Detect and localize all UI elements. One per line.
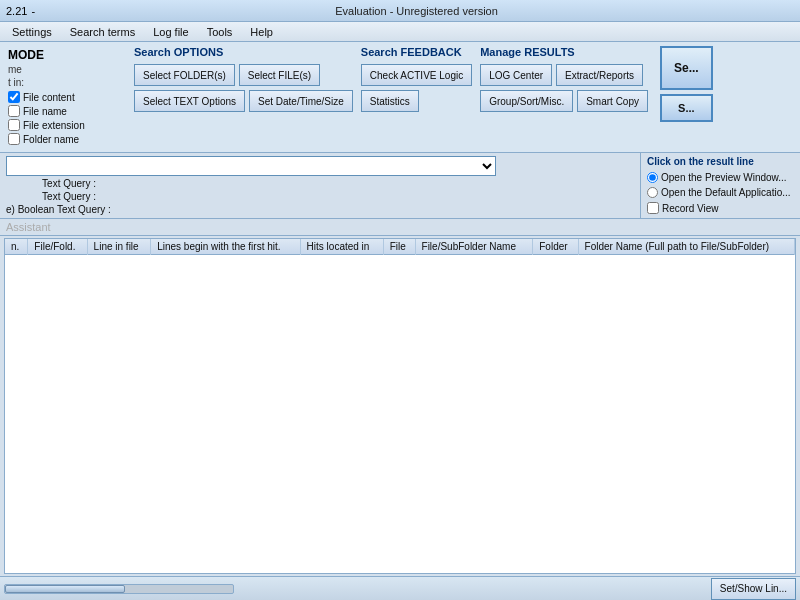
search-button-1[interactable]: Se... <box>660 46 713 90</box>
results-table-container[interactable]: n. File/Fold. Line in file Lines begin w… <box>4 238 796 574</box>
col-filefold-header: File/Fold. <box>28 239 87 255</box>
checkbox-file-content[interactable]: File content <box>8 91 124 103</box>
app-title: Evaluation - Unregistered version <box>39 5 794 17</box>
text-query-row <box>6 156 634 176</box>
horizontal-scrollbar[interactable] <box>4 584 234 594</box>
col-file-header: File <box>383 239 415 255</box>
manage-results-row1: LOG Center Extract/Reports <box>480 64 648 86</box>
search-options-row2: Select TEXT Options Set Date/Time/Size <box>134 90 353 112</box>
title-separator: - <box>31 5 35 17</box>
search-options-section: Search OPTIONS Select FOLDER(s) Select F… <box>134 46 353 148</box>
checkbox-folder-name[interactable]: Folder name <box>8 133 124 145</box>
select-files-button[interactable]: Select FILE(s) <box>239 64 320 86</box>
menu-search-terms[interactable]: Search terms <box>62 24 143 40</box>
extract-reports-button[interactable]: Extract/Reports <box>556 64 643 86</box>
feedback-row2: Statistics <box>361 90 472 112</box>
text-query-label: Text Query : <box>6 178 96 189</box>
manage-results-row2: Group/Sort/Misc. Smart Copy <box>480 90 648 112</box>
queries-panel: Text Query : Text Query : e) Boolean Tex… <box>0 153 640 218</box>
title-bar: 2.21 - Evaluation - Unregistered version <box>0 0 800 22</box>
select-folders-button[interactable]: Select FOLDER(s) <box>134 64 235 86</box>
radio-default-app[interactable]: Open the Default Applicatio... <box>647 187 794 198</box>
scrollbar-area[interactable] <box>4 584 711 594</box>
checkbox-file-name-label: File name <box>23 106 67 117</box>
scrollbar-thumb[interactable] <box>5 585 125 593</box>
col-folderfullpath-header: Folder Name (Full path to File/SubFolder… <box>578 239 794 255</box>
app-version: 2.21 <box>6 5 27 17</box>
mode-panel: MODE me t in: File content File name Fil… <box>6 46 126 148</box>
checkbox-file-content-label: File content <box>23 92 75 103</box>
radio-default-label: Open the Default Applicatio... <box>661 187 791 198</box>
results-table: n. File/Fold. Line in file Lines begin w… <box>5 239 795 255</box>
set-date-button[interactable]: Set Date/Time/Size <box>249 90 353 112</box>
set-show-lines-button[interactable]: Set/Show Lin... <box>711 578 796 600</box>
select-text-button[interactable]: Select TEXT Options <box>134 90 245 112</box>
boolean-query-label: e) Boolean Text Query : <box>6 204 111 215</box>
table-header-row: n. File/Fold. Line in file Lines begin w… <box>5 239 795 255</box>
menu-log-file[interactable]: Log file <box>145 24 196 40</box>
text-query-dropdown[interactable] <box>6 156 496 176</box>
main-area: MODE me t in: File content File name Fil… <box>0 42 800 600</box>
checkbox-file-ext-label: File extension <box>23 120 85 131</box>
checkbox-file-extension[interactable]: File extension <box>8 119 124 131</box>
col-folder-header: Folder <box>533 239 578 255</box>
assistant-row: Assistant <box>0 219 800 236</box>
col-filesubfolder-header: File/SubFolder Name <box>415 239 533 255</box>
boolean-query-row: e) Boolean Text Query : <box>6 204 634 215</box>
col-num-header: n. <box>5 239 28 255</box>
mode-sub: me <box>8 64 124 75</box>
feedback-row1: Check ACTIVE Logic <box>361 64 472 86</box>
results-options-title: Click on the result line <box>647 156 794 167</box>
search-button-2[interactable]: S... <box>660 94 713 122</box>
checkbox-record-view-label: Record View <box>662 203 719 214</box>
menu-settings[interactable]: Settings <box>4 24 60 40</box>
search-options-title: Search OPTIONS <box>134 46 353 58</box>
text-query2-label: Text Query : <box>6 191 96 202</box>
text-query-row3: Text Query : <box>6 191 634 202</box>
search-feedback-title: Search FEEDBACK <box>361 46 472 58</box>
top-panel: MODE me t in: File content File name Fil… <box>0 42 800 153</box>
menu-help[interactable]: Help <box>242 24 281 40</box>
search-in-label: t in: <box>8 77 124 88</box>
col-hitslocated-header: Hits located in <box>300 239 383 255</box>
checkbox-folder-name-label: Folder name <box>23 134 79 145</box>
manage-results-section: Manage RESULTS LOG Center Extract/Report… <box>480 46 648 148</box>
check-active-button[interactable]: Check ACTIVE Logic <box>361 64 472 86</box>
text-query-row2: Text Query : <box>6 178 634 189</box>
menu-tools[interactable]: Tools <box>199 24 241 40</box>
assistant-label: Assistant <box>6 221 51 233</box>
bottom-bar: Set/Show Lin... <box>0 576 800 600</box>
middle-section: Text Query : Text Query : e) Boolean Tex… <box>0 153 800 219</box>
mode-title: MODE <box>8 48 124 62</box>
search-feedback-section: Search FEEDBACK Check ACTIVE Logic Stati… <box>361 46 472 148</box>
manage-results-title: Manage RESULTS <box>480 46 648 58</box>
smart-copy-button[interactable]: Smart Copy <box>577 90 648 112</box>
results-options-panel: Click on the result line Open the Previe… <box>640 153 800 218</box>
checkbox-record-view[interactable]: Record View <box>647 202 794 214</box>
group-sort-button[interactable]: Group/Sort/Misc. <box>480 90 573 112</box>
col-linebegin-header: Lines begin with the first hit. <box>151 239 300 255</box>
checkbox-file-name[interactable]: File name <box>8 105 124 117</box>
col-lineinfile-header: Line in file <box>87 239 151 255</box>
radio-preview-label: Open the Preview Window... <box>661 172 787 183</box>
radio-preview-window[interactable]: Open the Preview Window... <box>647 172 794 183</box>
search-options-row1: Select FOLDER(s) Select FILE(s) <box>134 64 353 86</box>
search-buttons-panel: Se... S... <box>660 46 713 148</box>
menu-bar: Settings Search terms Log file Tools Hel… <box>0 22 800 42</box>
statistics-button[interactable]: Statistics <box>361 90 419 112</box>
log-center-button[interactable]: LOG Center <box>480 64 552 86</box>
